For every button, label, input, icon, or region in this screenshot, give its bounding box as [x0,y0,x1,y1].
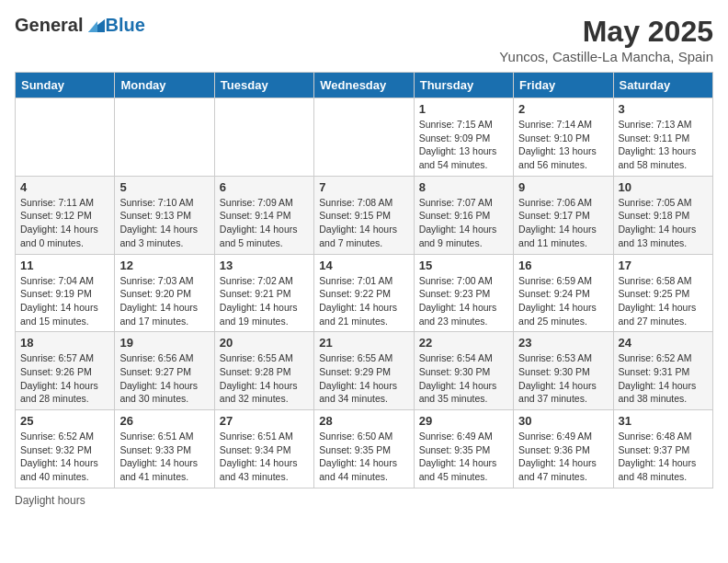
calendar-day-header: Tuesday [214,73,313,98]
calendar-week-row: 18Sunrise: 6:57 AM Sunset: 9:26 PM Dayli… [16,332,713,410]
calendar-day-cell: 3Sunrise: 7:13 AM Sunset: 9:11 PM Daylig… [613,98,712,177]
day-number: 28 [319,414,408,428]
day-number: 2 [518,102,608,116]
calendar-day-cell: 5Sunrise: 7:10 AM Sunset: 9:13 PM Daylig… [115,176,214,254]
logo-blue: Blue [105,15,144,36]
daylight-note: Daylight hours [15,494,85,507]
month-title: May 2025 [499,15,713,49]
day-info: Sunrise: 6:57 AM Sunset: 9:26 PM Dayligh… [20,351,109,406]
calendar-day-header: Sunday [16,73,115,98]
day-number: 29 [419,414,508,428]
day-info: Sunrise: 6:55 AM Sunset: 9:29 PM Dayligh… [319,351,408,406]
day-number: 19 [119,336,209,350]
calendar-day-cell: 2Sunrise: 7:14 AM Sunset: 9:10 PM Daylig… [514,98,613,177]
calendar-day-cell: 12Sunrise: 7:03 AM Sunset: 9:20 PM Dayli… [115,254,214,332]
day-number: 23 [518,336,608,350]
day-info: Sunrise: 7:04 AM Sunset: 9:19 PM Dayligh… [20,274,109,328]
location-title: Yuncos, Castille-La Mancha, Spain [499,49,713,64]
day-info: Sunrise: 6:49 AM Sunset: 9:36 PM Dayligh… [518,430,608,484]
page-header: General Blue May 2025 Yuncos, Castille-L… [15,15,713,64]
calendar-day-cell: 29Sunrise: 6:49 AM Sunset: 9:35 PM Dayli… [414,410,513,488]
day-number: 15 [419,259,508,272]
calendar-day-cell: 14Sunrise: 7:01 AM Sunset: 9:22 PM Dayli… [314,254,414,332]
calendar-week-row: 11Sunrise: 7:04 AM Sunset: 9:19 PM Dayli… [16,254,713,332]
calendar-day-header: Thursday [414,73,513,98]
day-info: Sunrise: 7:00 AM Sunset: 9:23 PM Dayligh… [419,274,508,328]
day-number: 26 [119,414,209,428]
day-number: 8 [419,180,508,194]
calendar-day-cell: 23Sunrise: 6:53 AM Sunset: 9:30 PM Dayli… [514,332,613,410]
day-info: Sunrise: 7:13 AM Sunset: 9:11 PM Dayligh… [619,118,708,172]
day-number: 6 [220,180,309,194]
calendar-day-cell: 18Sunrise: 6:57 AM Sunset: 9:26 PM Dayli… [16,332,115,410]
calendar-week-row: 4Sunrise: 7:11 AM Sunset: 9:12 PM Daylig… [16,176,713,254]
calendar-week-row: 1Sunrise: 7:15 AM Sunset: 9:09 PM Daylig… [16,98,713,177]
calendar-day-cell: 9Sunrise: 7:06 AM Sunset: 9:17 PM Daylig… [514,176,613,254]
calendar-day-cell: 30Sunrise: 6:49 AM Sunset: 9:36 PM Dayli… [514,410,613,488]
day-number: 11 [20,259,109,272]
day-number: 20 [220,336,309,350]
day-number: 24 [619,336,708,350]
day-number: 13 [220,259,309,272]
day-number: 27 [220,414,309,428]
day-number: 17 [619,259,708,272]
calendar-day-cell: 26Sunrise: 6:51 AM Sunset: 9:33 PM Dayli… [115,410,214,488]
calendar-day-cell: 17Sunrise: 6:58 AM Sunset: 9:25 PM Dayli… [613,254,712,332]
day-info: Sunrise: 7:11 AM Sunset: 9:12 PM Dayligh… [20,196,109,250]
day-info: Sunrise: 6:49 AM Sunset: 9:35 PM Dayligh… [419,430,508,484]
day-info: Sunrise: 7:02 AM Sunset: 9:21 PM Dayligh… [220,274,309,328]
logo-icon [85,16,105,36]
calendar-day-cell: 21Sunrise: 6:55 AM Sunset: 9:29 PM Dayli… [314,332,414,410]
calendar-header-row: SundayMondayTuesdayWednesdayThursdayFrid… [16,73,713,98]
calendar-day-cell: 25Sunrise: 6:52 AM Sunset: 9:32 PM Dayli… [16,410,115,488]
day-info: Sunrise: 6:50 AM Sunset: 9:35 PM Dayligh… [319,430,408,484]
logo-general: General [15,15,83,36]
day-number: 3 [619,102,708,116]
day-info: Sunrise: 7:14 AM Sunset: 9:10 PM Dayligh… [518,118,608,172]
day-number: 18 [20,336,109,350]
calendar-table: SundayMondayTuesdayWednesdayThursdayFrid… [15,72,713,488]
day-number: 9 [518,180,608,194]
calendar-day-header: Monday [115,73,214,98]
day-number: 31 [619,414,708,428]
calendar-day-cell: 24Sunrise: 6:52 AM Sunset: 9:31 PM Dayli… [613,332,712,410]
day-info: Sunrise: 6:59 AM Sunset: 9:24 PM Dayligh… [518,274,608,328]
calendar-day-header: Friday [514,73,613,98]
day-info: Sunrise: 7:08 AM Sunset: 9:15 PM Dayligh… [319,196,408,250]
day-info: Sunrise: 6:55 AM Sunset: 9:28 PM Dayligh… [220,351,309,406]
day-number: 30 [518,414,608,428]
day-info: Sunrise: 7:05 AM Sunset: 9:18 PM Dayligh… [619,196,708,250]
day-info: Sunrise: 6:52 AM Sunset: 9:32 PM Dayligh… [20,430,109,484]
calendar-day-cell: 10Sunrise: 7:05 AM Sunset: 9:18 PM Dayli… [613,176,712,254]
day-number: 10 [619,180,708,194]
day-info: Sunrise: 7:07 AM Sunset: 9:16 PM Dayligh… [419,196,508,250]
day-info: Sunrise: 6:51 AM Sunset: 9:33 PM Dayligh… [119,430,209,484]
svg-marker-1 [88,21,97,32]
day-info: Sunrise: 7:15 AM Sunset: 9:09 PM Dayligh… [419,118,508,172]
day-info: Sunrise: 6:56 AM Sunset: 9:27 PM Dayligh… [119,351,209,406]
day-number: 12 [119,259,209,272]
calendar-day-cell: 19Sunrise: 6:56 AM Sunset: 9:27 PM Dayli… [115,332,214,410]
day-info: Sunrise: 6:51 AM Sunset: 9:34 PM Dayligh… [220,430,309,484]
day-number: 7 [319,180,408,194]
calendar-day-header: Wednesday [314,73,414,98]
logo: General Blue [15,15,145,36]
day-info: Sunrise: 6:53 AM Sunset: 9:30 PM Dayligh… [518,351,608,406]
day-info: Sunrise: 6:58 AM Sunset: 9:25 PM Dayligh… [619,274,708,328]
day-number: 16 [518,259,608,272]
day-number: 1 [419,102,508,116]
calendar-day-cell: 8Sunrise: 7:07 AM Sunset: 9:16 PM Daylig… [414,176,513,254]
calendar-day-cell: 22Sunrise: 6:54 AM Sunset: 9:30 PM Dayli… [414,332,513,410]
day-number: 21 [319,336,408,350]
day-number: 4 [20,180,109,194]
calendar-day-cell: 27Sunrise: 6:51 AM Sunset: 9:34 PM Dayli… [214,410,313,488]
day-info: Sunrise: 6:48 AM Sunset: 9:37 PM Dayligh… [619,430,708,484]
day-number: 22 [419,336,508,350]
day-info: Sunrise: 7:09 AM Sunset: 9:14 PM Dayligh… [220,196,309,250]
calendar-day-header: Saturday [613,73,712,98]
calendar-day-cell: 11Sunrise: 7:04 AM Sunset: 9:19 PM Dayli… [16,254,115,332]
title-block: May 2025 Yuncos, Castille-La Mancha, Spa… [499,15,713,64]
day-info: Sunrise: 7:03 AM Sunset: 9:20 PM Dayligh… [119,274,209,328]
calendar-day-cell: 7Sunrise: 7:08 AM Sunset: 9:15 PM Daylig… [314,176,414,254]
day-info: Sunrise: 7:01 AM Sunset: 9:22 PM Dayligh… [319,274,408,328]
